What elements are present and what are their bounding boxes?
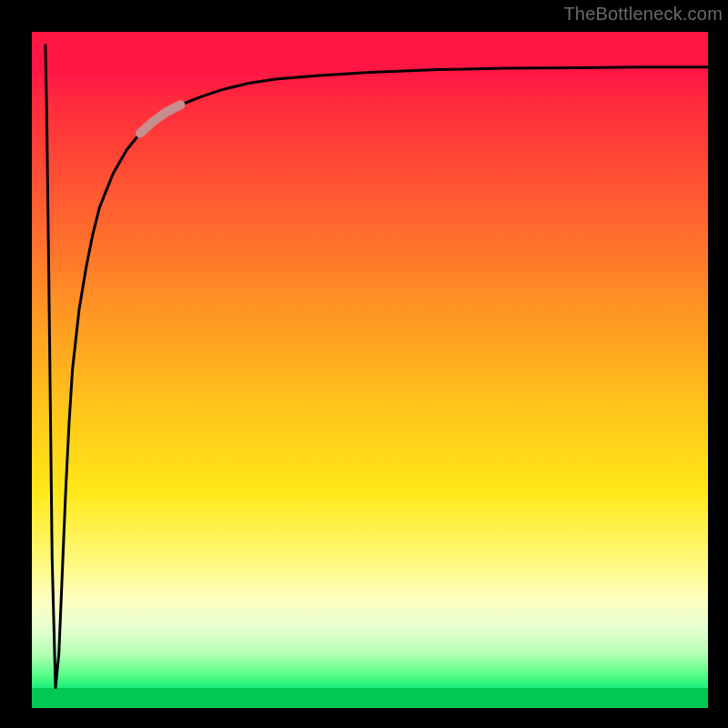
- plot-area: [32, 32, 708, 708]
- bottleneck-curve: [46, 46, 708, 688]
- watermark-label: TheBottleneck.com: [563, 4, 723, 25]
- curve-highlight-segment: [140, 105, 181, 133]
- curve-svg: [32, 32, 708, 708]
- chart-frame: TheBottleneck.com: [0, 0, 728, 728]
